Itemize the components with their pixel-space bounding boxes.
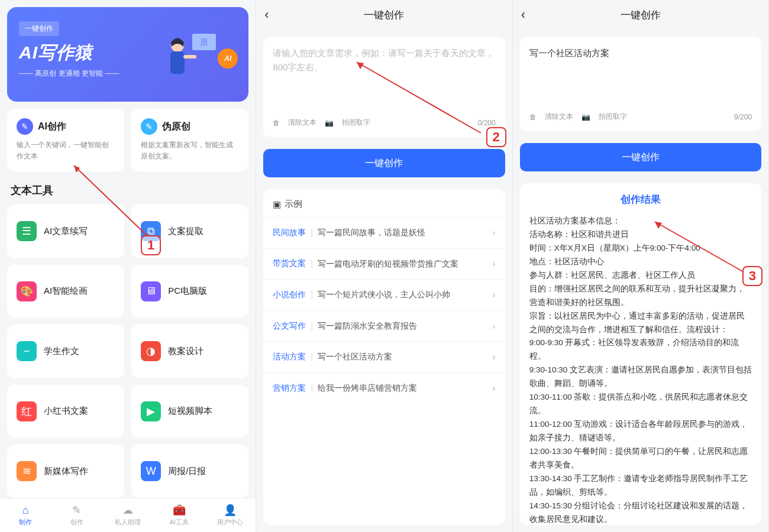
chevron-right-icon: ›: [492, 383, 495, 394]
pencil-icon: ✎: [17, 118, 33, 135]
trash-icon[interactable]: 🗑: [273, 119, 280, 127]
example-item[interactable]: 民间故事|写一篇民间故事，话题是妖怪›: [263, 217, 505, 248]
card-desc: 输入一个关键词，一键智能创作文本: [17, 140, 115, 162]
tool-item[interactable]: 红小红书文案: [7, 385, 124, 438]
tool-item[interactable]: W周报/日报: [131, 445, 248, 498]
example-tag: 营销方案: [273, 383, 306, 394]
camera-icon[interactable]: 📷: [325, 119, 334, 127]
edit-icon: ✎: [141, 118, 157, 135]
callout-2: 2: [486, 127, 506, 147]
card-desc: 根据文案重新改写，智能生成原创文案。: [141, 140, 239, 162]
page-title: 一键创作: [521, 8, 760, 22]
tool-icon: 🖥: [141, 281, 161, 301]
screen-home: 一键创作 AI写作猿 —— 高原创 更通顺 更智能 —— AI 原 ✎ AI创作…: [0, 0, 256, 532]
result-title: 创作结果: [529, 193, 752, 206]
topbar: ‹ 一键创作: [513, 0, 768, 30]
card-title: 伪原创: [162, 121, 190, 133]
tool-icon: −: [17, 341, 37, 361]
svg-line-9: [655, 222, 744, 272]
tool-label: 学生作文: [44, 346, 79, 357]
hero-illustration: 原: [160, 28, 219, 99]
tool-label: 新媒体写作: [44, 466, 88, 477]
tab-item[interactable]: 👤用户中心: [205, 498, 256, 532]
tool-item[interactable]: ▶短视频脚本: [131, 385, 248, 438]
arrow-1: [65, 160, 154, 242]
chevron-right-icon: ›: [492, 258, 495, 269]
clear-text-button[interactable]: 清除文本: [288, 118, 316, 128]
char-count: 9/200: [734, 113, 752, 121]
example-item[interactable]: 带货文案|写一篇电动牙刷的短视频带货推广文案›: [263, 248, 505, 280]
callout-3: 3: [742, 266, 762, 286]
tab-label: AI工具: [169, 518, 188, 527]
tool-item[interactable]: ◑教案设计: [131, 325, 248, 378]
tab-label: 创作: [70, 518, 83, 527]
trash-icon[interactable]: 🗑: [529, 113, 537, 121]
example-text: 写一篇电动牙刷的短视频带货推广文案: [318, 258, 487, 270]
chevron-right-icon: ›: [492, 352, 495, 362]
svg-text:原: 原: [200, 37, 208, 47]
tab-icon: ⌂: [22, 504, 29, 517]
example-item[interactable]: 活动方案|写一个社区活动方案›: [263, 341, 505, 372]
hero-banner[interactable]: 一键创作 AI写作猿 —— 高原创 更通顺 更智能 —— AI 原: [7, 7, 248, 102]
example-item[interactable]: 公文写作|写一篇防溺水安全教育报告›: [263, 310, 505, 342]
tab-icon: 👤: [224, 504, 237, 517]
tool-item[interactable]: ≋新媒体写作: [7, 445, 124, 498]
examples-heading: ▣ 示例: [263, 196, 505, 217]
tab-label: 用户中心: [217, 518, 243, 527]
tool-label: 小红书文案: [44, 406, 88, 417]
examples-card: ▣ 示例 民间故事|写一篇民间故事，话题是妖怪›带货文案|写一篇电动牙刷的短视频…: [263, 189, 505, 525]
tool-grid: ☰AI文章续写⧉文案提取🎨AI智能绘画🖥PC电脑版−学生作文◑教案设计红小红书文…: [0, 205, 256, 498]
tool-icon: ≋: [17, 461, 37, 481]
tool-item[interactable]: −学生作文: [7, 325, 124, 378]
chevron-right-icon: ›: [492, 228, 495, 238]
tab-label: 私人助理: [115, 518, 141, 527]
example-text: 写一个社区活动方案: [318, 351, 487, 363]
tool-icon: W: [141, 461, 161, 481]
example-text: 写一篇防溺水安全教育报告: [318, 320, 487, 332]
clear-text-button[interactable]: 清除文本: [545, 112, 573, 122]
example-text: 写一篇民间故事，话题是妖怪: [318, 227, 487, 239]
hero-badge: 一键创作: [19, 21, 59, 36]
tab-item[interactable]: ☁私人助理: [102, 498, 153, 532]
tool-icon: 🎨: [17, 281, 37, 301]
screen-create-result: ‹ 一键创作 写一个社区活动方案 🗑 清除文本 📷 拍照取字 9/200 一键创…: [513, 0, 769, 532]
camera-text-button[interactable]: 拍照取字: [599, 112, 627, 122]
example-tag: 公文写作: [273, 321, 306, 332]
tool-label: AI智能绘画: [44, 286, 88, 297]
example-item[interactable]: 营销方案|给我一份烤串店铺营销方案›: [263, 372, 505, 404]
svg-line-7: [357, 62, 481, 133]
create-button[interactable]: 一键创作: [520, 143, 761, 171]
tool-label: 文案提取: [168, 226, 203, 237]
svg-rect-3: [170, 51, 185, 74]
chevron-right-icon: ›: [492, 321, 495, 332]
chevron-right-icon: ›: [492, 290, 495, 300]
screen-create-empty: ‹ 一键创作 🗑 清除文本 📷 拍照取字 0/200 一键创作 ▣ 示例 民间故…: [256, 0, 512, 532]
tab-icon: ☁: [122, 504, 133, 517]
camera-icon[interactable]: 📷: [581, 113, 590, 121]
tool-label: 周报/日报: [168, 466, 206, 477]
ai-badge-icon: AI: [218, 48, 238, 69]
example-item[interactable]: 小说创作|写一个短片武侠小说，主人公叫小帅›: [263, 279, 505, 310]
tabbar: ⌂制作✎创作☁私人助理🧰AI工具👤用户中心: [0, 498, 256, 532]
tool-label: 教案设计: [168, 346, 203, 357]
tool-label: PC电脑版: [168, 286, 207, 297]
callout-1: 1: [141, 235, 161, 255]
prompt-input[interactable]: 写一个社区活动方案: [529, 46, 752, 106]
tab-icon: ✎: [72, 504, 81, 517]
example-text: 给我一份烤串店铺营销方案: [318, 382, 487, 394]
tool-icon: ☰: [17, 221, 37, 241]
svg-marker-6: [74, 166, 80, 173]
tab-item[interactable]: 🧰AI工具: [153, 498, 204, 532]
tab-item[interactable]: ⌂制作: [0, 498, 51, 532]
tool-item[interactable]: 🖥PC电脑版: [131, 265, 248, 318]
tool-icon: ◑: [141, 341, 161, 361]
tab-item[interactable]: ✎创作: [51, 498, 102, 532]
tool-item[interactable]: 🎨AI智能绘画: [7, 265, 124, 318]
svg-line-5: [74, 166, 148, 236]
page-title: 一键创作: [264, 8, 503, 22]
svg-rect-4: [183, 55, 196, 59]
list-icon: ▣: [273, 199, 281, 210]
card-title: AI创作: [38, 121, 66, 133]
create-button[interactable]: 一键创作: [263, 149, 505, 177]
topbar: ‹ 一键创作: [256, 0, 512, 30]
